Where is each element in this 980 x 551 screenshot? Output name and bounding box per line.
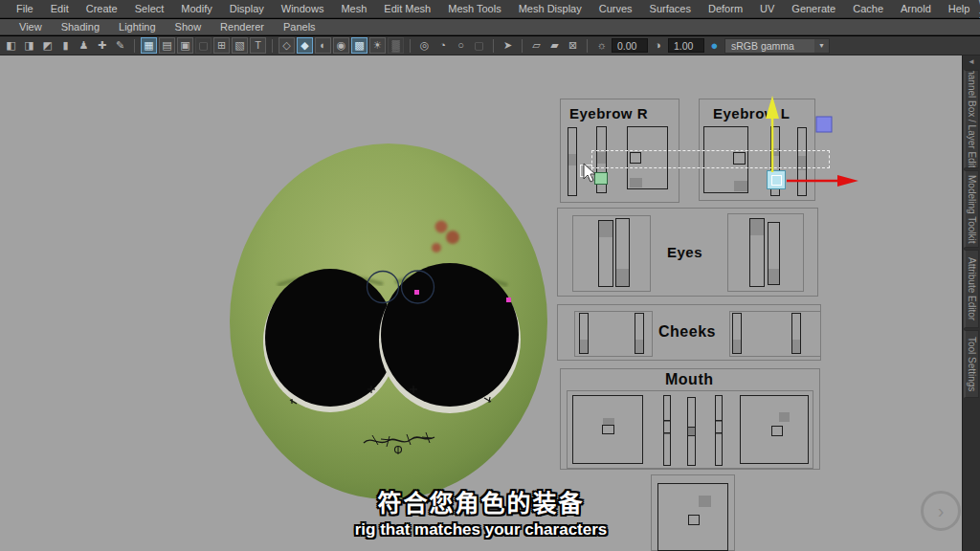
shadows-icon[interactable]: ▓: [388, 37, 404, 54]
mouth-right-pad[interactable]: [740, 395, 809, 464]
sidebar-tab-modeling-toolkit[interactable]: Modeling Toolkit: [964, 170, 979, 248]
panel-menu-panels[interactable]: Panels: [274, 21, 325, 33]
menu-generate[interactable]: Generate: [783, 3, 844, 14]
layer-paste-icon[interactable]: ▰: [546, 37, 563, 54]
isolate-select-icon[interactable]: ◎: [416, 37, 433, 54]
camera-icon[interactable]: ◧: [3, 37, 19, 54]
menu-file[interactable]: File: [8, 3, 42, 14]
menu-cache[interactable]: Cache: [844, 3, 892, 14]
field-chart-icon[interactable]: ⊞: [213, 37, 230, 54]
menu-mesh[interactable]: Mesh: [332, 3, 375, 14]
eye-left[interactable]: [265, 269, 395, 407]
gate-mask-icon[interactable]: ▢: [195, 37, 212, 54]
eyes-r-slider-1[interactable]: [749, 218, 765, 287]
wireframe-on-shaded-icon[interactable]: ○: [453, 37, 469, 54]
flat-shade-icon[interactable]: ◐: [315, 37, 331, 54]
menu-mesh-tools[interactable]: Mesh Tools: [439, 3, 509, 14]
safe-action-icon[interactable]: ▧: [232, 37, 248, 54]
textured-icon[interactable]: ▩: [351, 37, 368, 54]
select-cursor-icon[interactable]: ➤: [500, 37, 516, 54]
eyebrow-r-slider-1[interactable]: [568, 127, 577, 196]
mouth-stitches[interactable]: [364, 432, 434, 454]
eye-right[interactable]: [381, 263, 519, 407]
toolbar-separator: [134, 39, 135, 53]
menu-help[interactable]: Help: [940, 3, 979, 14]
panel-menu-show[interactable]: Show: [166, 21, 212, 33]
xray-icon[interactable]: ◔: [434, 37, 451, 54]
main-menu-bar: FileEditCreateSelectModifyDisplayWindows…: [0, 0, 980, 18]
wireframe-icon[interactable]: ◇: [278, 37, 295, 54]
cheeks-slider-2[interactable]: [635, 313, 644, 354]
gamma-field[interactable]: 1.00: [668, 38, 704, 53]
menu-mesh-display[interactable]: Mesh Display: [510, 3, 590, 14]
default-material-icon[interactable]: ◉: [333, 37, 349, 54]
sidebar-tab-tool-settings[interactable]: Tool Settings: [964, 330, 979, 398]
sidebar-tab-attribute-editor[interactable]: Attribute Editor: [964, 250, 979, 328]
pivot-icon[interactable]: ✚: [94, 37, 110, 54]
menu-select[interactable]: Select: [126, 3, 173, 14]
jaw-pad[interactable]: [657, 483, 728, 551]
manipulator-plane-handle[interactable]: [816, 117, 832, 132]
eyes-l-slider-2[interactable]: [615, 218, 630, 287]
cheeks-slider-4[interactable]: [791, 313, 801, 354]
camera-bookmark-icon[interactable]: ◩: [39, 37, 56, 54]
lights-icon[interactable]: ☀: [369, 37, 386, 54]
resolution-gate-icon[interactable]: ▣: [177, 37, 193, 54]
brow-curve-control-left[interactable]: [368, 272, 399, 303]
character-head-model[interactable]: [230, 143, 547, 499]
exposure-icon[interactable]: ☼: [593, 37, 610, 54]
view-transform-icon[interactable]: ●: [706, 37, 723, 54]
panel-menu-lighting[interactable]: Lighting: [109, 21, 166, 33]
cheeks-slider-1[interactable]: [579, 313, 589, 354]
selected-vertex-dot[interactable]: [414, 290, 419, 295]
eyebrow-l-selected-control[interactable]: [767, 170, 786, 189]
gamma-icon[interactable]: ◑: [650, 37, 666, 54]
eyes-r-slider-2[interactable]: [768, 222, 780, 285]
film-gate-icon[interactable]: ▤: [159, 37, 175, 54]
mouth-slider-3[interactable]: [715, 395, 723, 466]
mouth-left-pad[interactable]: [572, 395, 643, 464]
panel-menu-shading[interactable]: Shading: [52, 21, 109, 33]
selected-vertex-dot[interactable]: [506, 298, 511, 302]
sidebar-tab-channel-box-layer-editor[interactable]: Channel Box / Layer Editor: [964, 70, 979, 168]
mouth-slider-2[interactable]: [687, 397, 696, 466]
menu-surfaces[interactable]: Surfaces: [641, 3, 700, 14]
eyes-l-slider-1[interactable]: [598, 220, 613, 287]
eyes-right-subpanel: [727, 213, 804, 292]
no-image-plane-icon[interactable]: ⊠: [565, 37, 581, 54]
brow-curve-control-right[interactable]: [402, 271, 434, 303]
neck-stub[interactable]: [367, 478, 392, 496]
eyes-label: Eyes: [667, 244, 702, 260]
cheeks-slider-3[interactable]: [732, 313, 742, 354]
smooth-shade-icon[interactable]: ◆: [297, 37, 313, 54]
menu-curves[interactable]: Curves: [590, 3, 641, 14]
pencil-icon[interactable]: ✎: [112, 37, 128, 54]
safe-title-icon[interactable]: T: [250, 37, 266, 54]
grid-icon[interactable]: ▦: [141, 37, 157, 54]
menu-windows[interactable]: Windows: [273, 3, 333, 14]
menu-uv[interactable]: UV: [751, 3, 783, 14]
mouth-slider-1[interactable]: [663, 395, 671, 466]
menu-display[interactable]: Display: [221, 3, 273, 14]
collapse-arrow-icon[interactable]: ◄: [963, 55, 980, 68]
bookmark-icon[interactable]: ▮: [57, 37, 74, 54]
menu-edit-mesh[interactable]: Edit Mesh: [375, 3, 439, 14]
eyebrow-r-hover-control[interactable]: [594, 172, 608, 185]
panel-menu-view[interactable]: View: [10, 21, 52, 33]
menu-modify[interactable]: Modify: [172, 3, 220, 14]
pose-icon[interactable]: ♟: [76, 37, 92, 54]
view-transform-dropdown[interactable]: sRGB gamma ▼: [724, 38, 830, 54]
camera-keys-icon[interactable]: ◨: [21, 37, 37, 54]
panel-menu-renderer[interactable]: Renderer: [211, 21, 274, 33]
layer-copy-icon[interactable]: ▱: [528, 37, 545, 54]
chevron-down-icon[interactable]: ▼: [814, 39, 829, 53]
subtitle-english: rig that matches your characters: [0, 520, 962, 540]
menu-deform[interactable]: Deform: [700, 3, 751, 14]
exposure-field[interactable]: 0.00: [612, 38, 648, 53]
menu-create[interactable]: Create: [78, 3, 126, 14]
plane-icon[interactable]: ▢: [471, 37, 487, 54]
eye-rim-left: [263, 271, 397, 412]
menu-arnold[interactable]: Arnold: [892, 3, 940, 14]
menu-edit[interactable]: Edit: [42, 3, 78, 14]
3d-viewport[interactable]: Eyebrow R Eyebrow L Eyes Cheeks Mouth: [0, 55, 962, 551]
